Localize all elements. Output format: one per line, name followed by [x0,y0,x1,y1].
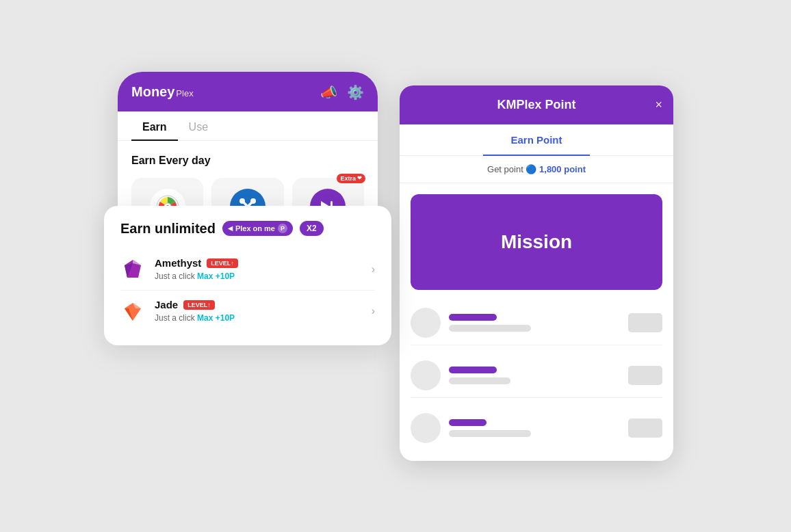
plex-on-me-label: Plex on me [235,224,275,232]
earn-unlimited-title: Earn unlimited [120,221,216,237]
jade-info: Jade LEVEL↑ Just a click Max +10P [155,299,362,323]
mission-bar-short [449,419,487,426]
mission-content [449,367,620,384]
header-icons: 📣 ⚙️ [320,84,364,101]
jade-name-row: Jade LEVEL↑ [155,299,362,310]
tab-use[interactable]: Use [178,111,219,140]
jade-level-badge: LEVEL↑ [183,300,215,310]
amethyst-gem-icon [120,257,145,282]
mission-action-button[interactable] [628,313,662,332]
jade-gem-icon [120,299,145,323]
modal-points-info: Get point 🔵 1,800 point [400,156,673,183]
jade-chevron-icon: › [372,305,375,317]
modal-tabs: Earn Point [400,124,673,156]
amethyst-max-points: Max +10P [197,271,235,281]
x2-badge: X2 [300,221,324,236]
svg-point-6 [250,198,256,204]
mission-list [400,301,673,461]
mission-content [449,419,620,437]
tab-earn[interactable]: Earn [131,111,178,140]
reward-item-amethyst[interactable]: Amethyst LEVEL↑ Just a click Max +10P › [120,249,375,291]
earn-everyday-title: Earn Every day [131,155,364,167]
notification-icon[interactable]: 📣 [320,84,337,101]
mission-avatar [411,308,441,338]
main-tabs: Earn Use [118,111,378,141]
mission-avatar [411,413,441,443]
amethyst-chevron-icon: › [372,263,375,276]
right-modal: KMPlex Point × Earn Point Get point 🔵 1,… [400,85,673,461]
jade-name: Jade [155,299,178,310]
mission-bar-long [449,430,531,437]
bottom-card-header: Earn unlimited ◀ Plex on me P X2 [120,221,375,237]
x2-label: X2 [307,224,317,233]
settings-icon[interactable]: ⚙️ [347,84,364,101]
amethyst-desc: Just a click Max +10P [155,271,362,281]
mission-bar-short [449,367,497,373]
mission-bar-short [449,314,497,321]
plex-p-icon: P [278,224,287,233]
mission-bar-long [449,377,510,384]
plex-on-me-badge: ◀ Plex on me P [222,221,293,236]
modal-header: KMPlex Point × [400,85,673,124]
point-value: 1,800 point [539,164,586,174]
mission-banner: Mission [411,194,662,290]
mission-label: Mission [501,231,572,253]
mission-action-button[interactable] [628,366,662,385]
amethyst-level-badge: LEVEL↑ [207,258,238,268]
mission-content [449,314,620,332]
mission-avatar [411,360,441,390]
jade-desc: Just a click Max +10P [155,313,362,323]
modal-close-button[interactable]: × [655,98,662,112]
point-icon: 🔵 [526,164,536,174]
mission-bar-long [449,325,531,332]
mission-list-item[interactable] [411,301,662,345]
amethyst-info: Amethyst LEVEL↑ Just a click Max +10P [155,257,362,281]
mission-list-item[interactable] [411,354,662,398]
extra-badge: Extra❤ [337,174,365,183]
modal-title: KMPlex Point [497,98,575,112]
jade-max-points: Max +10P [197,313,235,323]
logo-money-text: Money [131,84,174,100]
modal-tab-earn[interactable]: Earn Point [483,124,589,155]
logo-plex-text: Plex [176,88,193,98]
mission-list-item[interactable] [411,406,662,450]
app-logo: Money Plex [131,84,194,100]
svg-point-5 [239,198,245,204]
amethyst-name-row: Amethyst LEVEL↑ [155,257,362,269]
amethyst-name: Amethyst [155,257,201,269]
mission-action-button[interactable] [628,418,662,438]
reward-item-jade[interactable]: Jade LEVEL↑ Just a click Max +10P › [120,291,375,332]
phone-header: Money Plex 📣 ⚙️ [118,72,378,111]
bottom-card: Earn unlimited ◀ Plex on me P X2 [104,206,391,345]
